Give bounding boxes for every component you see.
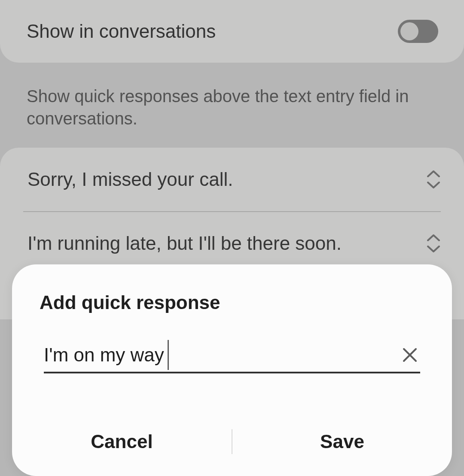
- clear-input-button[interactable]: [400, 345, 420, 365]
- close-icon: [402, 347, 418, 363]
- text-cursor: [168, 340, 169, 370]
- cancel-button[interactable]: Cancel: [12, 407, 232, 476]
- save-button[interactable]: Save: [232, 407, 452, 476]
- quick-response-input[interactable]: [44, 343, 400, 367]
- add-quick-response-dialog: Add quick response Cancel Save: [12, 264, 452, 476]
- dialog-actions: Cancel Save: [12, 407, 452, 476]
- dialog-title: Add quick response: [12, 292, 452, 313]
- input-container: [44, 343, 420, 373]
